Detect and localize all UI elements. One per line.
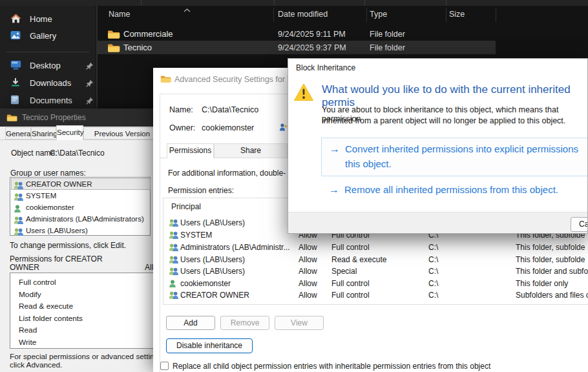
column-header-type[interactable]: Type (370, 10, 387, 19)
group-item-system[interactable]: SYSTEM (11, 190, 151, 202)
entry-principal: SYSTEM (180, 231, 212, 240)
sidebar-item-label: Desktop (30, 61, 61, 70)
explorer-toolbar-bottom-strip (0, 0, 588, 6)
column-header-date[interactable]: Date modified (278, 10, 328, 19)
toolbar-divider (446, 0, 446, 6)
column-divider[interactable] (366, 8, 367, 22)
entry-row[interactable]: Administrators (LAB\Administr... Allow F… (163, 242, 588, 253)
column-divider[interactable] (496, 8, 496, 22)
entry-principal: CREATOR OWNER (180, 291, 249, 300)
groups-listbox[interactable]: CREATOR OWNER SYSTEM cookiemonster Admin… (10, 177, 151, 236)
entry-row[interactable]: Users (LAB\Users) Allow Read & execute C… (163, 254, 588, 265)
tab-label: Share (240, 146, 261, 155)
file-row-tecnico[interactable]: Tecnico 9/24/2025 9:37 PM File folder (98, 41, 496, 54)
remove-option-line1: Remove all inherited permissions from th… (344, 184, 558, 195)
replace-permissions-checkbox[interactable] (160, 362, 169, 370)
pin-icon (86, 79, 94, 89)
column-divider[interactable] (446, 8, 446, 22)
properties-titlebar[interactable]: Tecnico Properties (0, 108, 158, 127)
block-dialog-body-line2: inherited from a parent object will no l… (322, 116, 565, 125)
entry-inherited-from: C:\ (428, 267, 438, 276)
remove-button[interactable]: Remove (220, 316, 269, 330)
principal-column-header[interactable]: Principal (171, 202, 201, 211)
group-item-cookiemonster[interactable]: cookiemonster (11, 202, 151, 213)
tab-previous-versions[interactable]: Previous Version (83, 127, 158, 140)
replace-permissions-label: Replace all child object permission entr… (173, 362, 490, 371)
downloads-icon (10, 78, 21, 89)
group-icon (14, 227, 24, 238)
entry-applies-to: This folder, subfolde (516, 255, 585, 264)
file-date: 9/24/2025 9:11 PM (278, 30, 346, 39)
entry-applies-to: This folder, subfolde (516, 243, 585, 252)
permissions-listbox[interactable]: Full control Modify Read & execute List … (10, 273, 158, 349)
tab-label: Security (57, 129, 84, 136)
add-button[interactable]: Add (166, 316, 215, 330)
tab-sharing[interactable]: Sharing (31, 127, 56, 140)
block-dialog-title: Block Inheritance (296, 63, 355, 72)
sidebar-item-downloads[interactable]: Downloads (0, 76, 96, 91)
pin-icon (86, 97, 94, 107)
group-item-users[interactable]: Users (LAB\Users) (11, 225, 151, 236)
sidebar-item-desktop[interactable]: Desktop (0, 58, 96, 74)
sidebar-item-documents[interactable]: Documents (0, 93, 96, 108)
remove-permissions-command-link[interactable]: → Remove all inherited permissions from … (321, 183, 588, 200)
additional-info-text: For additional information, double- (168, 169, 286, 178)
groups-label: Group or user names: (10, 169, 86, 178)
entry-row[interactable]: Users (LAB\Users) Allow Special C:\ This… (163, 265, 588, 277)
entry-access: Special (331, 267, 357, 276)
file-date: 9/24/2025 9:37 PM (278, 43, 346, 52)
tab-share[interactable]: Share (214, 143, 288, 158)
toolbar-divider (274, 0, 275, 6)
file-row-commerciale[interactable]: Commerciale 9/24/2025 9:11 PM File folde… (98, 27, 496, 41)
desktop-icon (10, 60, 21, 72)
tab-permissions[interactable]: Permissions (167, 143, 214, 158)
block-dialog-footer: Ca (288, 212, 588, 234)
group-icon (169, 219, 179, 229)
properties-dialog: Tecnico Properties General Sharing Secur… (0, 108, 158, 372)
permission-entries-label: Permission entries: (168, 186, 234, 195)
block-inheritance-dialog: Block Inheritance What would you like to… (288, 58, 588, 234)
group-item-administrators[interactable]: Administrators (LAB\Administrators) (11, 213, 151, 225)
advanced-dialog-title: Advanced Security Settings for Te (174, 75, 295, 84)
folder-icon (107, 29, 120, 41)
properties-title: Tecnico Properties (22, 113, 86, 122)
disable-inheritance-button[interactable]: Disable inheritance (166, 338, 253, 353)
entry-applies-to: Subfolders and files o (516, 291, 588, 300)
entry-type: Allow (299, 291, 317, 300)
convert-permissions-command-link[interactable]: → Convert inherited permissions into exp… (321, 138, 588, 176)
column-divider[interactable] (273, 8, 274, 22)
cancel-button[interactable]: Ca (571, 217, 588, 232)
sidebar-item-label: Documents (30, 96, 72, 105)
entry-access: Full control (331, 279, 370, 288)
permissions-for-label-line2: OWNER (10, 263, 39, 272)
column-header-name[interactable]: Name (109, 10, 130, 19)
tab-security[interactable]: Security (56, 125, 83, 140)
group-icon (169, 267, 179, 277)
tab-label: Sharing (32, 130, 58, 138)
entry-row[interactable]: cookiemonster Allow Full control C:\ Thi… (163, 278, 588, 289)
group-icon (169, 243, 179, 253)
tab-general[interactable]: General (5, 127, 31, 140)
entry-type: Allow (299, 243, 317, 252)
entry-row[interactable]: CREATOR OWNER Allow Full control C:\ Sub… (163, 289, 588, 301)
documents-icon (10, 95, 19, 107)
group-item-creator-owner[interactable]: CREATOR OWNER (11, 178, 151, 190)
file-name: Commerciale (123, 29, 173, 39)
entry-access: Read & execute (331, 255, 386, 264)
tab-label: Previous Version (94, 130, 150, 138)
permission-item: Read (19, 326, 37, 335)
permission-item: Write (19, 338, 36, 347)
group-name: SYSTEM (26, 192, 56, 200)
arrow-right-icon: → (329, 184, 339, 196)
folder-icon (160, 74, 171, 86)
sidebar-item-gallery[interactable]: Gallery (0, 28, 96, 44)
sidebar-item-home[interactable]: Home (0, 12, 96, 27)
file-type: File folder (370, 43, 405, 52)
permission-item: List folder contents (19, 314, 83, 323)
entry-principal: Administrators (LAB\Administr... (180, 243, 289, 252)
group-name: cookiemonster (26, 203, 74, 211)
tab-label: General (6, 130, 32, 138)
column-header-size[interactable]: Size (449, 10, 465, 19)
advanced-hint-line1: For special permissions or advanced sett… (10, 352, 158, 361)
view-button[interactable]: View (275, 316, 324, 330)
